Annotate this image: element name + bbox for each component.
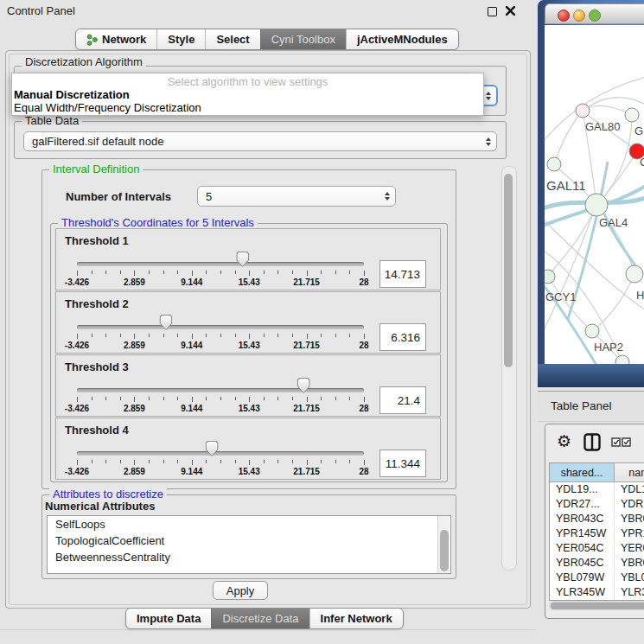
table-cell[interactable]: YBR045C	[550, 556, 615, 571]
interval-definition-title: Interval Definition	[49, 163, 143, 175]
table-cell[interactable]: YLR345W	[550, 585, 615, 600]
tab-cyni-toolbox[interactable]: Cyni Toolbox	[260, 29, 346, 49]
num-intervals-combobox[interactable]: 5	[197, 186, 396, 207]
node-label: GCY1	[545, 290, 576, 303]
network-node[interactable]	[545, 270, 555, 284]
node-label: HAP2	[594, 341, 623, 354]
table-cell[interactable]: YER054C	[550, 541, 615, 556]
threshold-label: Threshold 1	[65, 234, 129, 247]
table-cell[interactable]: YBR043C	[615, 512, 644, 526]
checkbox-icons[interactable]	[611, 437, 631, 447]
table-cell[interactable]: YLR345W	[615, 585, 644, 600]
network-node[interactable]	[585, 194, 608, 216]
tab-bar: NetworkStyleSelectCyni ToolboxjActiveMNo…	[75, 29, 459, 50]
network-node[interactable]	[576, 104, 590, 118]
tab-select[interactable]: Select	[205, 29, 259, 49]
threshold-slider-thumb[interactable]	[297, 378, 310, 393]
tick-mark	[264, 334, 265, 337]
tick-mark	[149, 397, 150, 400]
table-cell[interactable]: YPR145W	[615, 526, 644, 541]
table-hscrollbar-thumb[interactable]	[551, 603, 644, 609]
threshold-slider-track[interactable]	[77, 325, 364, 329]
network-node[interactable]	[626, 265, 643, 283]
combo-stepper-icon	[486, 92, 491, 100]
tick-mark	[77, 334, 78, 339]
table-cell[interactable]: YER054C	[615, 541, 644, 556]
table-row[interactable]: YER054CYER054C	[550, 541, 644, 556]
tick-label: 15.43	[239, 341, 260, 350]
table-data-combobox[interactable]: galFiltered.sif default node	[23, 131, 497, 151]
tick-mark	[264, 397, 265, 400]
threshold-slider-track[interactable]	[77, 451, 364, 456]
table-cell[interactable]: YBR043C	[550, 512, 615, 526]
float-window-icon[interactable]	[488, 7, 497, 16]
tick-mark	[192, 271, 193, 276]
threshold-slider-track[interactable]	[77, 388, 364, 392]
numerical-attribute-item[interactable]: BetweennessCentrality	[48, 549, 450, 565]
table-cell[interactable]: YPR145W	[550, 526, 615, 541]
table-row[interactable]: YLR345WYLR345W	[550, 585, 644, 600]
table-row[interactable]: YDR27...YDR27...	[550, 497, 644, 512]
table-row[interactable]: YBR045CYBR045C	[550, 556, 644, 571]
threshold-value-field[interactable]: 14.713	[379, 260, 426, 288]
table-data-group: Table Data galFiltered.sif default node	[14, 121, 507, 159]
table-row[interactable]: YBL079WYBL079W	[550, 571, 644, 585]
table-cell[interactable]: YBR045C	[615, 556, 644, 571]
tab-network[interactable]: Network	[76, 29, 156, 49]
tab-style[interactable]: Style	[156, 29, 205, 49]
network-canvas[interactable]: GAL80GCGAL11GAL4GCY1HHAP2	[545, 25, 644, 364]
table-row[interactable]: YDL19...YDL19...	[550, 482, 644, 497]
close-icon[interactable]	[505, 5, 516, 16]
table-cell[interactable]: YDL19...	[550, 482, 615, 497]
attributes-scrollbar[interactable]	[437, 516, 450, 573]
table-cell[interactable]: YBL079W	[550, 571, 615, 585]
table-row[interactable]: YPR145WYPR145W	[550, 526, 644, 541]
settings-scrollbar-thumb[interactable]	[504, 174, 513, 367]
threshold-value-field[interactable]: 11.344	[379, 450, 426, 477]
numerical-attribute-item[interactable]: SelfLoops	[48, 516, 450, 532]
popup-item-manual-discretization[interactable]: Manual Discretization	[12, 88, 483, 101]
mac-close-button[interactable]	[558, 10, 570, 22]
popup-item-equal-width-frequency-discretization[interactable]: Equal Width/Frequency Discretization	[12, 101, 483, 114]
threshold-value-field[interactable]: 21.4	[379, 386, 426, 414]
network-node[interactable]	[625, 108, 639, 122]
mac-minimize-button[interactable]	[573, 10, 585, 22]
settings-scrollbar[interactable]	[501, 166, 517, 571]
attributes-scrollbar-thumb[interactable]	[440, 530, 449, 571]
combo-stepper-icon	[486, 137, 491, 146]
table-hscrollbar[interactable]	[549, 601, 644, 610]
bottom-tab-infer-network[interactable]: Infer Network	[309, 609, 403, 628]
apply-button[interactable]: Apply	[213, 581, 268, 600]
threshold-value-field[interactable]: 6.316	[379, 323, 426, 351]
tick-mark	[92, 334, 92, 337]
threshold-slider-thumb[interactable]	[236, 252, 249, 267]
threshold-label: Threshold 3	[65, 360, 129, 373]
numerical-attribute-item[interactable]: TopologicalCoefficient	[48, 532, 450, 549]
bottom-tab-discretize-data[interactable]: Discretize Data	[211, 609, 309, 628]
table-cell[interactable]: YBL079W	[615, 571, 644, 585]
tick-mark	[134, 460, 135, 465]
mac-zoom-button[interactable]	[589, 10, 601, 22]
column-header-name[interactable]: name	[615, 463, 644, 481]
threshold-slider-thumb[interactable]	[206, 441, 219, 456]
tick-label: 21.715	[293, 404, 320, 413]
threshold-slider-track[interactable]	[77, 262, 364, 266]
table-cell[interactable]: YDR27...	[615, 497, 644, 512]
table-row[interactable]: YBR043CYBR043C	[550, 512, 644, 526]
column-header-shared[interactable]: shared...	[550, 463, 615, 481]
network-node[interactable]	[585, 324, 599, 338]
tick-mark	[249, 397, 250, 402]
tick-mark	[92, 397, 92, 400]
table-cell[interactable]: YDR27...	[550, 497, 615, 512]
tab-jactivemnodules[interactable]: jActiveMNodules	[346, 29, 458, 49]
tick-label: 28	[359, 277, 368, 287]
gear-icon[interactable]: ⚙	[557, 431, 571, 450]
tick-label: 28	[359, 404, 368, 413]
table-cell[interactable]: YDL19...	[615, 482, 644, 497]
network-window-titlebar[interactable]	[545, 3, 644, 24]
columns-icon[interactable]	[583, 433, 601, 451]
bottom-tab-impute-data[interactable]: Impute Data	[126, 609, 211, 628]
tick-mark	[235, 460, 236, 463]
network-node[interactable]	[547, 157, 561, 171]
threshold-slider-thumb[interactable]	[159, 315, 172, 330]
